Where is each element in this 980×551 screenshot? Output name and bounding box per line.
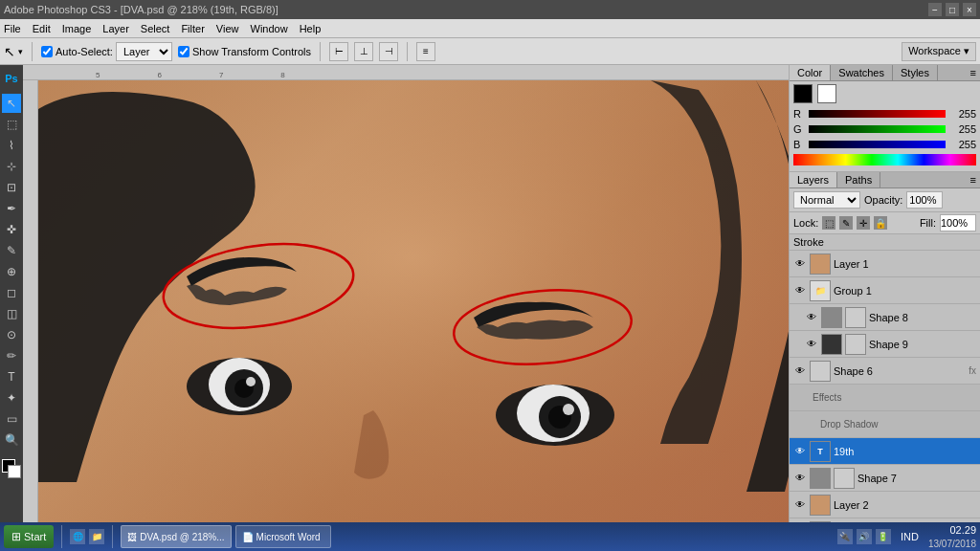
close-button[interactable]: × (963, 3, 976, 16)
tool-selection[interactable]: ⬚ (2, 115, 21, 134)
maximize-button[interactable]: □ (946, 3, 959, 16)
layer-list: 👁 Layer 1 👁 📁 Group 1 👁 Shape 8 (790, 251, 980, 522)
toolbar-separator-2 (320, 42, 321, 61)
layer-item-group1[interactable]: 👁 📁 Group 1 (790, 277, 980, 304)
quick-launch-ie[interactable]: 🌐 (70, 529, 85, 544)
layers-panel-menu[interactable]: ≡ (967, 172, 980, 187)
layer-item-shape6[interactable]: 👁 Shape 6 fx (790, 358, 980, 385)
menu-item-view[interactable]: View (216, 23, 239, 34)
layer-name-layer2: Layer 2 (834, 499, 976, 511)
layers-panel: Layers Paths ≡ Normal Multiply Screen Op… (790, 172, 980, 522)
canvas-image[interactable] (38, 80, 789, 522)
tab-layers[interactable]: Layers (790, 172, 837, 187)
tool-clone[interactable]: ⊕ (2, 262, 21, 281)
layer-item-shape8[interactable]: 👁 Shape 8 (790, 304, 980, 331)
layer-visibility-group1[interactable]: 👁 (793, 284, 807, 298)
tool-text[interactable]: T (2, 367, 21, 386)
workspace-button[interactable]: Workspace ▾ (902, 42, 976, 61)
layer-visibility-19th[interactable]: 👁 (793, 445, 807, 458)
layer-name-shape7: Shape 7 (858, 473, 976, 484)
layer-item-shape9[interactable]: 👁 Shape 9 (790, 331, 980, 358)
layer-visibility-shape8[interactable]: 👁 (805, 311, 818, 324)
tab-swatches[interactable]: Swatches (831, 65, 893, 80)
layer-item-layer2[interactable]: 👁 Layer 2 (790, 492, 980, 518)
red-bar[interactable] (809, 110, 946, 118)
layer-item-shape7[interactable]: 👁 Shape 7 (790, 465, 980, 492)
layer-visibility-shape6[interactable]: 👁 (793, 364, 807, 378)
canvas-content[interactable] (38, 80, 789, 522)
taskbar-right: 🔌 🔊 🔋 IND 02.29 13/07/2018 (837, 523, 976, 549)
minimize-button[interactable]: − (928, 3, 942, 16)
fill-input[interactable] (940, 214, 976, 231)
tab-color[interactable]: Color (790, 65, 831, 80)
tool-eyedropper[interactable]: ✒ (2, 199, 21, 218)
menu-item-window[interactable]: Window (251, 23, 288, 34)
tray-volume-icon[interactable]: 🔊 (857, 529, 872, 544)
tool-lasso[interactable]: ⌇ (2, 136, 21, 155)
tab-styles[interactable]: Styles (893, 65, 938, 80)
foreground-background-colors[interactable] (2, 459, 21, 478)
opacity-input[interactable] (906, 191, 943, 209)
tray-battery-icon[interactable]: 🔋 (876, 529, 891, 544)
lock-move-icon[interactable]: ✛ (857, 216, 870, 230)
tool-crop[interactable]: ⊡ (2, 178, 21, 197)
align-center-btn[interactable]: ⊥ (354, 42, 373, 61)
color-spectrum[interactable] (793, 154, 976, 165)
taskbar-app-word-label: Microsoft Word (256, 532, 321, 542)
tool-zoom[interactable]: 🔍 (2, 430, 21, 450)
menu-item-filter[interactable]: Filter (181, 23, 204, 34)
taskbar-app-photoshop[interactable]: 🖼 DVA.psd @ 218%... (121, 525, 231, 548)
layer-thumb-19th: T (810, 441, 831, 462)
layer-visibility-shape9[interactable]: 👁 (805, 338, 818, 351)
green-bar[interactable] (809, 125, 946, 133)
quick-launch-folder[interactable]: 📁 (89, 529, 104, 544)
tool-dodge[interactable]: ⊙ (2, 325, 21, 344)
face-outline-svg (38, 80, 789, 522)
transform-controls-checkbox[interactable] (178, 46, 189, 57)
taskbar-left: ⊞ Start 🌐 📁 🖼 DVA.psd @ 218%... 📄 Micros… (4, 525, 331, 548)
menu-item-select[interactable]: Select (141, 23, 170, 34)
lock-transparent-icon[interactable]: ⬚ (822, 216, 835, 230)
lock-paint-icon[interactable]: ✎ (839, 216, 853, 230)
taskbar-app-word[interactable]: 📄 Microsoft Word (235, 525, 331, 548)
tool-heal[interactable]: ✜ (2, 220, 21, 239)
color-panel-menu[interactable]: ≡ (967, 65, 980, 80)
menu-item-image[interactable]: Image (62, 23, 92, 34)
layer-item-19th[interactable]: 👁 T 19th (790, 438, 980, 465)
window-controls[interactable]: − □ × (928, 3, 976, 16)
start-button[interactable]: ⊞ Start (4, 525, 54, 548)
layer-visibility-layer2[interactable]: 👁 (793, 498, 807, 512)
layer-item-layer1[interactable]: 👁 Layer 1 (790, 251, 980, 277)
layer-visibility-shape7[interactable]: 👁 (793, 472, 807, 485)
tray-network-icon[interactable]: 🔌 (837, 529, 853, 544)
menu-item-file[interactable]: File (4, 23, 21, 34)
tool-brush[interactable]: ✎ (2, 241, 21, 260)
background-color-swatch[interactable] (817, 84, 836, 103)
tool-shape[interactable]: ▭ (2, 409, 21, 429)
auto-select-checkbox[interactable] (41, 46, 53, 57)
layer-visibility-layer1[interactable]: 👁 (793, 257, 807, 271)
align-left-btn[interactable]: ⊢ (329, 42, 348, 61)
align-right-btn[interactable]: ⊣ (379, 42, 398, 61)
menu-item-layer[interactable]: Layer (102, 23, 129, 34)
tool-magic-wand[interactable]: ⊹ (2, 157, 21, 176)
auto-select-dropdown[interactable]: Layer Group (116, 42, 172, 61)
tab-paths[interactable]: Paths (837, 172, 880, 187)
clock-time: 02.29 (928, 523, 976, 537)
blend-mode-select[interactable]: Normal Multiply Screen (793, 191, 860, 209)
tool-path[interactable]: ✦ (2, 388, 21, 408)
tool-gradient[interactable]: ◫ (2, 304, 21, 323)
menu-item-edit[interactable]: Edit (33, 23, 51, 34)
layer-name-shape6: Shape 6 (834, 365, 966, 377)
tool-move[interactable]: ↖ (2, 94, 21, 113)
distribute-btn[interactable]: ≡ (416, 42, 435, 61)
transform-controls-container: Show Transform Controls (178, 46, 311, 57)
red-gradient (809, 110, 946, 118)
tool-pen[interactable]: ✏ (2, 346, 21, 365)
tool-eraser[interactable]: ◻ (2, 283, 21, 302)
menu-item-help[interactable]: Help (300, 23, 322, 34)
lock-all-icon[interactable]: 🔒 (874, 216, 887, 230)
blue-bar[interactable] (809, 141, 946, 148)
stroke-label: Stroke (790, 234, 980, 251)
foreground-color-swatch[interactable] (793, 84, 813, 103)
